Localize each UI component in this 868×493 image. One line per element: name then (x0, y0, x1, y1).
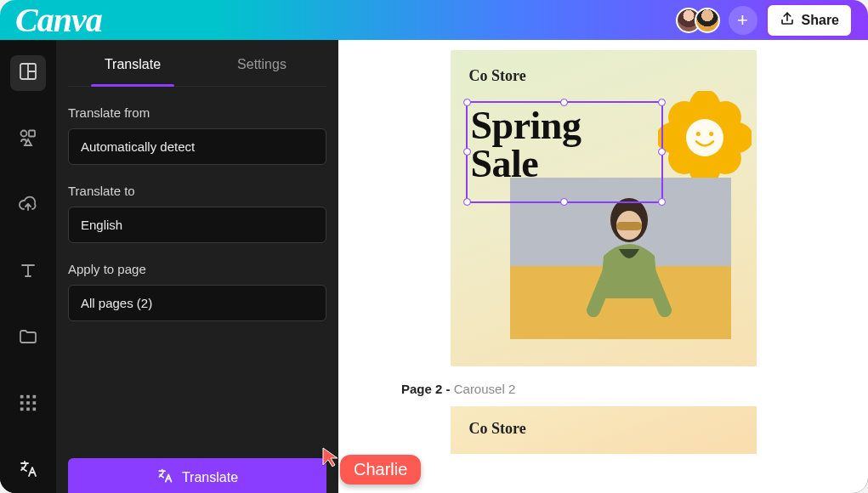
from-label: Translate from (68, 105, 326, 120)
resize-handle[interactable] (463, 198, 471, 206)
add-collaborator-button[interactable]: + (729, 6, 757, 35)
tab-translate[interactable]: Translate (68, 40, 197, 86)
svg-point-3 (21, 131, 27, 137)
share-button[interactable]: Share (766, 3, 853, 37)
svg-rect-5 (20, 395, 24, 399)
translate-button-label: Translate (182, 470, 238, 485)
svg-rect-8 (20, 401, 24, 405)
panel-tabs: Translate Settings (68, 40, 326, 87)
top-header: Canva + Share (0, 0, 868, 40)
svg-point-23 (695, 132, 700, 136)
share-label: Share (802, 13, 839, 28)
rail-projects[interactable] (10, 320, 46, 356)
from-value: Automatically detect (81, 139, 195, 154)
resize-handle[interactable] (658, 148, 666, 156)
translate-panel: Translate Settings Translate from Automa… (56, 40, 338, 493)
apply-to-page-select[interactable]: All pages (2) (68, 285, 326, 321)
avatar[interactable] (695, 8, 720, 33)
cursor-icon (321, 446, 340, 468)
folder-icon (18, 326, 38, 350)
rail-elements[interactable] (10, 122, 46, 157)
page-number: Page 2 - (401, 382, 454, 396)
translate-to-select[interactable]: English (68, 207, 326, 243)
cloud-upload-icon (18, 194, 38, 218)
resize-handle[interactable] (560, 99, 568, 106)
rail-translate[interactable] (10, 453, 46, 489)
header-actions: + Share (676, 3, 853, 37)
svg-rect-9 (26, 401, 30, 405)
to-label: Translate to (68, 184, 326, 198)
svg-rect-7 (33, 395, 37, 399)
apply-value: All pages (2) (81, 296, 152, 310)
svg-rect-13 (33, 408, 37, 411)
svg-rect-10 (33, 401, 37, 405)
to-value: English (81, 218, 122, 232)
resize-handle[interactable] (463, 99, 471, 106)
collaborator-name-tag: Charlie (340, 455, 421, 484)
page-2[interactable]: Co Store (451, 406, 757, 454)
templates-icon (18, 61, 38, 85)
elements-icon (18, 128, 38, 151)
brand-text[interactable]: Co Store (469, 67, 738, 85)
resize-handle[interactable] (658, 198, 666, 206)
canva-logo[interactable]: Canva (15, 0, 102, 40)
translate-icon (18, 459, 38, 483)
translate-button[interactable]: Translate (68, 458, 326, 493)
rail-apps[interactable] (10, 387, 46, 422)
svg-rect-6 (26, 395, 30, 399)
svg-point-22 (686, 119, 723, 156)
svg-rect-27 (616, 222, 642, 230)
page-1[interactable]: Co Store (451, 50, 757, 366)
tab-settings[interactable]: Settings (197, 40, 326, 86)
brand-text[interactable]: Co Store (469, 420, 738, 438)
app-root: Canva + Share (0, 0, 868, 493)
collaborator-avatars[interactable] (676, 8, 720, 33)
svg-rect-28 (595, 298, 663, 332)
editor-body: Translate Settings Translate from Automa… (0, 40, 868, 493)
apps-grid-icon (19, 394, 37, 416)
translate-from-select[interactable]: Automatically detect (68, 128, 326, 165)
flower-graphic[interactable] (658, 91, 752, 188)
rail-uploads[interactable] (10, 188, 46, 224)
svg-rect-12 (26, 408, 30, 411)
translate-icon (156, 468, 173, 488)
collaborator-cursor: Charlie (321, 446, 421, 484)
page-title: Carousel 2 (454, 382, 516, 396)
svg-rect-11 (20, 408, 24, 411)
resize-handle[interactable] (560, 198, 568, 206)
selection-box[interactable] (466, 101, 663, 203)
svg-point-24 (709, 132, 713, 136)
canvas-area[interactable]: Co Store (338, 40, 868, 493)
svg-rect-4 (29, 131, 35, 137)
share-icon (780, 11, 795, 30)
resize-handle[interactable] (463, 148, 471, 156)
resize-handle[interactable] (658, 99, 666, 106)
side-rail (0, 40, 56, 493)
rail-text[interactable] (10, 254, 46, 290)
apply-label: Apply to page (68, 262, 326, 276)
text-icon (18, 260, 38, 284)
rail-templates[interactable] (10, 55, 46, 91)
page-label: Page 2 - Carousel 2 (401, 382, 808, 396)
